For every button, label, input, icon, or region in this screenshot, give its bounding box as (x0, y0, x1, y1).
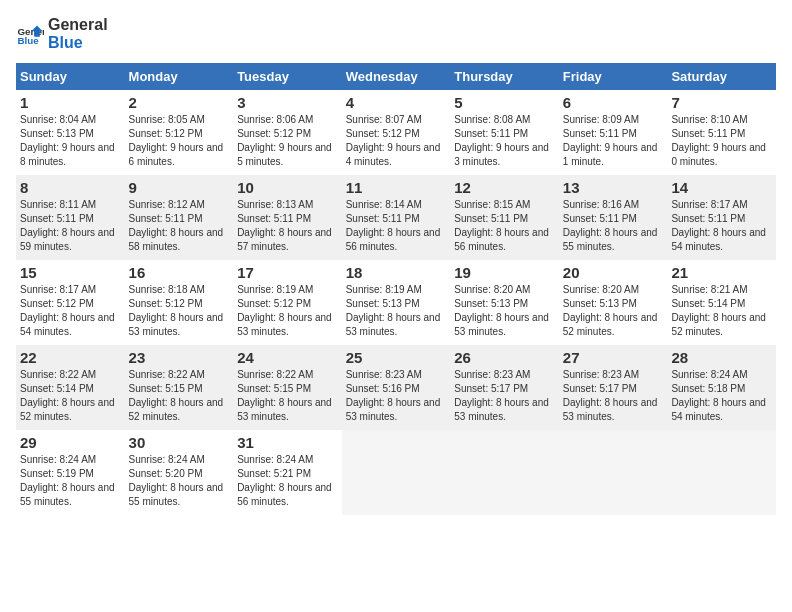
logo-icon: General Blue (16, 20, 44, 48)
calendar-cell (559, 430, 668, 515)
calendar-cell: 21 Sunrise: 8:21 AM Sunset: 5:14 PM Dayl… (667, 260, 776, 345)
calendar-cell: 14 Sunrise: 8:17 AM Sunset: 5:11 PM Dayl… (667, 175, 776, 260)
day-info: Sunrise: 8:21 AM Sunset: 5:14 PM Dayligh… (671, 283, 772, 339)
day-info: Sunrise: 8:10 AM Sunset: 5:11 PM Dayligh… (671, 113, 772, 169)
day-info: Sunrise: 8:23 AM Sunset: 5:17 PM Dayligh… (454, 368, 555, 424)
calendar-week-2: 15 Sunrise: 8:17 AM Sunset: 5:12 PM Dayl… (16, 260, 776, 345)
calendar-cell: 5 Sunrise: 8:08 AM Sunset: 5:11 PM Dayli… (450, 90, 559, 175)
calendar-cell: 3 Sunrise: 8:06 AM Sunset: 5:12 PM Dayli… (233, 90, 342, 175)
header-saturday: Saturday (667, 63, 776, 90)
day-number: 27 (563, 349, 664, 366)
day-number: 21 (671, 264, 772, 281)
day-info: Sunrise: 8:20 AM Sunset: 5:13 PM Dayligh… (454, 283, 555, 339)
header-thursday: Thursday (450, 63, 559, 90)
day-info: Sunrise: 8:18 AM Sunset: 5:12 PM Dayligh… (129, 283, 230, 339)
calendar-table: SundayMondayTuesdayWednesdayThursdayFrid… (16, 63, 776, 515)
day-number: 7 (671, 94, 772, 111)
calendar-cell: 15 Sunrise: 8:17 AM Sunset: 5:12 PM Dayl… (16, 260, 125, 345)
calendar-cell (667, 430, 776, 515)
header-monday: Monday (125, 63, 234, 90)
day-number: 26 (454, 349, 555, 366)
day-info: Sunrise: 8:09 AM Sunset: 5:11 PM Dayligh… (563, 113, 664, 169)
day-info: Sunrise: 8:14 AM Sunset: 5:11 PM Dayligh… (346, 198, 447, 254)
calendar-week-3: 22 Sunrise: 8:22 AM Sunset: 5:14 PM Dayl… (16, 345, 776, 430)
calendar-week-1: 8 Sunrise: 8:11 AM Sunset: 5:11 PM Dayli… (16, 175, 776, 260)
day-number: 12 (454, 179, 555, 196)
day-number: 4 (346, 94, 447, 111)
calendar-cell (342, 430, 451, 515)
day-number: 23 (129, 349, 230, 366)
day-info: Sunrise: 8:07 AM Sunset: 5:12 PM Dayligh… (346, 113, 447, 169)
day-info: Sunrise: 8:22 AM Sunset: 5:15 PM Dayligh… (129, 368, 230, 424)
day-info: Sunrise: 8:04 AM Sunset: 5:13 PM Dayligh… (20, 113, 121, 169)
day-info: Sunrise: 8:12 AM Sunset: 5:11 PM Dayligh… (129, 198, 230, 254)
calendar-cell: 22 Sunrise: 8:22 AM Sunset: 5:14 PM Dayl… (16, 345, 125, 430)
calendar-cell: 1 Sunrise: 8:04 AM Sunset: 5:13 PM Dayli… (16, 90, 125, 175)
day-number: 2 (129, 94, 230, 111)
day-info: Sunrise: 8:23 AM Sunset: 5:16 PM Dayligh… (346, 368, 447, 424)
day-info: Sunrise: 8:24 AM Sunset: 5:18 PM Dayligh… (671, 368, 772, 424)
day-info: Sunrise: 8:11 AM Sunset: 5:11 PM Dayligh… (20, 198, 121, 254)
day-number: 9 (129, 179, 230, 196)
logo-general: General (48, 16, 108, 34)
calendar-cell: 16 Sunrise: 8:18 AM Sunset: 5:12 PM Dayl… (125, 260, 234, 345)
calendar-cell: 26 Sunrise: 8:23 AM Sunset: 5:17 PM Dayl… (450, 345, 559, 430)
calendar-cell: 17 Sunrise: 8:19 AM Sunset: 5:12 PM Dayl… (233, 260, 342, 345)
day-number: 6 (563, 94, 664, 111)
day-info: Sunrise: 8:06 AM Sunset: 5:12 PM Dayligh… (237, 113, 338, 169)
day-info: Sunrise: 8:24 AM Sunset: 5:20 PM Dayligh… (129, 453, 230, 509)
calendar-cell: 13 Sunrise: 8:16 AM Sunset: 5:11 PM Dayl… (559, 175, 668, 260)
day-number: 1 (20, 94, 121, 111)
calendar-cell: 23 Sunrise: 8:22 AM Sunset: 5:15 PM Dayl… (125, 345, 234, 430)
calendar-cell: 9 Sunrise: 8:12 AM Sunset: 5:11 PM Dayli… (125, 175, 234, 260)
calendar-cell: 4 Sunrise: 8:07 AM Sunset: 5:12 PM Dayli… (342, 90, 451, 175)
day-number: 20 (563, 264, 664, 281)
calendar-cell: 12 Sunrise: 8:15 AM Sunset: 5:11 PM Dayl… (450, 175, 559, 260)
day-info: Sunrise: 8:19 AM Sunset: 5:12 PM Dayligh… (237, 283, 338, 339)
calendar-cell: 29 Sunrise: 8:24 AM Sunset: 5:19 PM Dayl… (16, 430, 125, 515)
day-number: 29 (20, 434, 121, 451)
calendar-week-0: 1 Sunrise: 8:04 AM Sunset: 5:13 PM Dayli… (16, 90, 776, 175)
day-number: 5 (454, 94, 555, 111)
calendar-cell: 28 Sunrise: 8:24 AM Sunset: 5:18 PM Dayl… (667, 345, 776, 430)
day-info: Sunrise: 8:17 AM Sunset: 5:12 PM Dayligh… (20, 283, 121, 339)
calendar-cell: 10 Sunrise: 8:13 AM Sunset: 5:11 PM Dayl… (233, 175, 342, 260)
header-wednesday: Wednesday (342, 63, 451, 90)
day-number: 18 (346, 264, 447, 281)
day-number: 22 (20, 349, 121, 366)
day-info: Sunrise: 8:20 AM Sunset: 5:13 PM Dayligh… (563, 283, 664, 339)
day-number: 8 (20, 179, 121, 196)
day-info: Sunrise: 8:19 AM Sunset: 5:13 PM Dayligh… (346, 283, 447, 339)
day-info: Sunrise: 8:22 AM Sunset: 5:15 PM Dayligh… (237, 368, 338, 424)
day-info: Sunrise: 8:13 AM Sunset: 5:11 PM Dayligh… (237, 198, 338, 254)
calendar-cell: 11 Sunrise: 8:14 AM Sunset: 5:11 PM Dayl… (342, 175, 451, 260)
header: General Blue General Blue (16, 16, 776, 51)
day-info: Sunrise: 8:08 AM Sunset: 5:11 PM Dayligh… (454, 113, 555, 169)
day-info: Sunrise: 8:15 AM Sunset: 5:11 PM Dayligh… (454, 198, 555, 254)
day-info: Sunrise: 8:23 AM Sunset: 5:17 PM Dayligh… (563, 368, 664, 424)
calendar-cell (450, 430, 559, 515)
day-number: 15 (20, 264, 121, 281)
calendar-week-4: 29 Sunrise: 8:24 AM Sunset: 5:19 PM Dayl… (16, 430, 776, 515)
day-number: 13 (563, 179, 664, 196)
calendar-cell: 6 Sunrise: 8:09 AM Sunset: 5:11 PM Dayli… (559, 90, 668, 175)
calendar-cell: 30 Sunrise: 8:24 AM Sunset: 5:20 PM Dayl… (125, 430, 234, 515)
calendar-cell: 31 Sunrise: 8:24 AM Sunset: 5:21 PM Dayl… (233, 430, 342, 515)
day-number: 30 (129, 434, 230, 451)
day-number: 10 (237, 179, 338, 196)
day-number: 31 (237, 434, 338, 451)
day-number: 28 (671, 349, 772, 366)
day-info: Sunrise: 8:22 AM Sunset: 5:14 PM Dayligh… (20, 368, 121, 424)
day-number: 25 (346, 349, 447, 366)
calendar-cell: 20 Sunrise: 8:20 AM Sunset: 5:13 PM Dayl… (559, 260, 668, 345)
calendar-cell: 7 Sunrise: 8:10 AM Sunset: 5:11 PM Dayli… (667, 90, 776, 175)
day-number: 16 (129, 264, 230, 281)
day-info: Sunrise: 8:24 AM Sunset: 5:21 PM Dayligh… (237, 453, 338, 509)
calendar-cell: 2 Sunrise: 8:05 AM Sunset: 5:12 PM Dayli… (125, 90, 234, 175)
calendar-cell: 25 Sunrise: 8:23 AM Sunset: 5:16 PM Dayl… (342, 345, 451, 430)
header-sunday: Sunday (16, 63, 125, 90)
day-number: 11 (346, 179, 447, 196)
day-info: Sunrise: 8:05 AM Sunset: 5:12 PM Dayligh… (129, 113, 230, 169)
day-number: 3 (237, 94, 338, 111)
logo-blue: Blue (48, 34, 108, 52)
